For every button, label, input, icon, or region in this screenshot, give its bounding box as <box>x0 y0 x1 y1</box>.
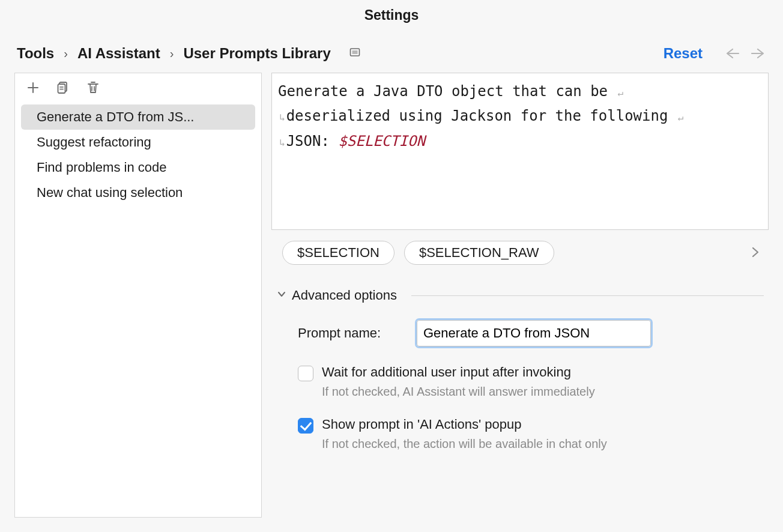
prompt-name-input[interactable] <box>417 320 651 346</box>
wait-input-label[interactable]: Wait for additional user input after inv… <box>322 364 595 380</box>
breadcrumb-item-user-prompts-library[interactable]: User Prompts Library <box>183 45 330 62</box>
soft-wrap-continue-icon: ↳ <box>278 112 286 123</box>
chevron-right-icon[interactable] <box>751 245 760 261</box>
separator-line <box>411 295 764 296</box>
prompt-list: Generate a DTO from JS... Suggest refact… <box>15 101 261 209</box>
soft-wrap-continue-icon: ↳ <box>278 137 286 148</box>
wait-input-hint: If not checked, AI Assistant will answer… <box>322 385 595 399</box>
svg-rect-1 <box>352 50 357 54</box>
content-body: Generate a DTO from JS... Suggest refact… <box>0 73 783 532</box>
settings-window: Settings Tools › AI Assistant › User Pro… <box>0 0 783 532</box>
prompt-name-label: Prompt name: <box>298 325 400 341</box>
forward-arrow-icon[interactable] <box>751 47 766 59</box>
prompt-item-find-problems[interactable]: Find problems in code <box>15 155 261 180</box>
prompt-item-suggest-refactoring[interactable]: Suggest refactoring <box>15 130 261 155</box>
editor-variable: $SELECTION <box>338 133 425 150</box>
advanced-header[interactable]: Advanced options <box>276 288 764 303</box>
wait-input-row: Wait for additional user input after inv… <box>276 364 764 399</box>
chip-selection-raw[interactable]: $SELECTION_RAW <box>404 241 554 265</box>
chevron-right-icon: › <box>170 47 174 61</box>
svg-rect-3 <box>58 84 65 93</box>
advanced-section: Advanced options Prompt name: Wait for a… <box>271 288 769 451</box>
chevron-right-icon: › <box>64 47 68 61</box>
prompt-item-generate-dto[interactable]: Generate a DTO from JS... <box>21 104 255 130</box>
back-arrow-icon[interactable] <box>724 47 740 59</box>
prompt-editor[interactable]: Generate a Java DTO object that can be ↵… <box>271 73 769 230</box>
delete-button[interactable] <box>85 79 101 96</box>
show-popup-hint: If not checked, the action will be avail… <box>322 437 607 451</box>
advanced-title: Advanced options <box>292 288 397 303</box>
header: Tools › AI Assistant › User Prompts Libr… <box>0 23 783 73</box>
show-popup-row: Show prompt in 'AI Actions' popup If not… <box>276 417 764 451</box>
add-button[interactable] <box>25 79 41 96</box>
layout-icon[interactable] <box>349 45 361 62</box>
wait-input-checkbox[interactable] <box>298 366 313 381</box>
prompts-panel: Generate a DTO from JS... Suggest refact… <box>14 73 262 518</box>
copy-button[interactable] <box>55 79 71 96</box>
show-popup-checkbox[interactable] <box>298 418 313 434</box>
breadcrumb-item-ai-assistant[interactable]: AI Assistant <box>77 45 160 62</box>
variable-chips: $SELECTION $SELECTION_RAW <box>271 230 769 267</box>
prompt-item-new-chat[interactable]: New chat using selection <box>15 180 261 205</box>
show-popup-label[interactable]: Show prompt in 'AI Actions' popup <box>322 417 607 432</box>
soft-wrap-icon: ↵ <box>617 87 625 98</box>
reset-button[interactable]: Reset <box>664 45 703 62</box>
chip-selection[interactable]: $SELECTION <box>282 241 395 265</box>
breadcrumb-item-tools[interactable]: Tools <box>17 45 54 62</box>
chevron-down-icon <box>276 288 287 303</box>
prompts-toolbar <box>15 73 261 101</box>
soft-wrap-icon: ↵ <box>677 112 685 123</box>
prompt-name-row: Prompt name: <box>276 320 764 346</box>
nav-arrows <box>724 47 766 59</box>
title-bar: Settings <box>0 0 783 23</box>
editor-panel: Generate a Java DTO object that can be ↵… <box>271 73 769 518</box>
dialog-title: Settings <box>364 7 419 23</box>
breadcrumb: Tools › AI Assistant › User Prompts Libr… <box>17 45 361 62</box>
